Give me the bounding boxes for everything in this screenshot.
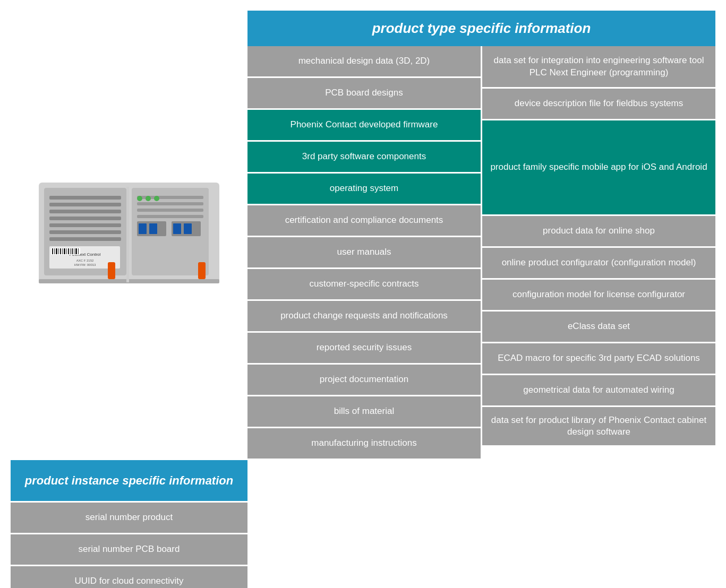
svg-rect-24	[72, 248, 73, 254]
svg-rect-35	[139, 223, 147, 234]
mid-col-item: PCB board designs	[247, 78, 481, 110]
svg-rect-3	[49, 203, 121, 206]
right-col: data set for integration into engineerin…	[482, 46, 715, 460]
svg-rect-31	[137, 209, 203, 212]
mid-col-item: Phoenix Contact developed firmware	[247, 110, 481, 142]
mid-col-item: 3rd party software components	[247, 142, 481, 174]
left-col: product instance specific informationser…	[11, 460, 247, 588]
svg-rect-38	[184, 223, 192, 234]
svg-rect-21	[66, 248, 67, 254]
left-col-item: serial number product	[11, 503, 247, 534]
mid-col-item: mechanical design data (3D, 2D)	[247, 46, 481, 78]
right-col-item: product data for online shop	[482, 216, 715, 248]
right-col-item: data set for product library of Phoenix …	[482, 407, 715, 447]
main-container: PLCnext Control AXC F 2152 HW:FW: 00013	[11, 11, 715, 588]
svg-rect-19	[62, 248, 63, 254]
svg-rect-20	[64, 248, 65, 254]
svg-rect-17	[58, 248, 59, 254]
svg-rect-42	[108, 262, 115, 279]
svg-rect-32	[137, 215, 203, 218]
right-col-item: data set for integration into engineerin…	[482, 46, 715, 89]
mid-col-item: operating system	[247, 174, 481, 205]
svg-rect-23	[70, 248, 71, 254]
svg-rect-4	[49, 210, 121, 213]
svg-rect-36	[149, 223, 157, 234]
left-col-item: serial number PCB board	[11, 534, 247, 566]
svg-rect-45	[126, 187, 129, 282]
left-col-item: UUID for cloud connectivity	[11, 566, 247, 588]
svg-text:AXC F 2152: AXC F 2152	[76, 259, 94, 262]
svg-rect-15	[54, 248, 55, 254]
svg-rect-18	[60, 248, 61, 254]
svg-rect-6	[49, 223, 121, 227]
svg-rect-2	[49, 196, 121, 200]
bottom-section: product instance specific informationser…	[11, 460, 715, 588]
right-col-item: geometrical data for automated wiring	[482, 375, 715, 407]
wrapper: PLCnext Control AXC F 2152 HW:FW: 00013	[11, 11, 715, 588]
right-col-item: ECAD macro for specific 3rd party ECAD s…	[482, 343, 715, 375]
svg-rect-27	[78, 248, 79, 254]
svg-rect-5	[49, 217, 121, 220]
right-col-item: online product configurator (configurati…	[482, 248, 715, 280]
right-col-item: device description file for fieldbus sys…	[482, 89, 715, 120]
svg-rect-22	[68, 248, 69, 254]
svg-point-40	[146, 196, 151, 201]
svg-rect-37	[173, 223, 181, 234]
mid-col-item: project documentation	[247, 365, 481, 396]
svg-text:HW:FW: 00013: HW:FW: 00013	[74, 263, 96, 266]
svg-rect-7	[49, 230, 121, 234]
mid-col-item: product change requests and notification…	[247, 301, 481, 333]
product-type-header: product type specific information	[247, 11, 715, 46]
svg-rect-26	[75, 248, 77, 254]
mid-col: mechanical design data (3D, 2D)PCB board…	[247, 46, 482, 460]
right-section: product type specific informationmechani…	[247, 11, 715, 460]
mid-col-item: reported security issues	[247, 333, 481, 365]
plc-device-image: PLCnext Control AXC F 2152 HW:FW: 00013	[28, 177, 230, 294]
svg-rect-16	[56, 248, 57, 254]
svg-rect-30	[137, 202, 203, 205]
mid-col-item: certification and compliance documents	[247, 205, 481, 237]
product-instance-header: product instance specific information	[11, 460, 247, 503]
svg-rect-43	[198, 262, 206, 279]
top-section: PLCnext Control AXC F 2152 HW:FW: 00013	[11, 11, 715, 460]
svg-rect-14	[52, 248, 53, 254]
right-col-item: eClass data set	[482, 312, 715, 343]
mid-col-item: bills of material	[247, 396, 481, 428]
svg-point-39	[137, 196, 142, 201]
right-col-item: configuration model for license configur…	[482, 280, 715, 312]
mid-col-item: customer-specific contracts	[247, 269, 481, 301]
mid-col-item: user manuals	[247, 237, 481, 269]
mid-col-item: manufacturing instructions	[247, 428, 481, 460]
image-placeholder: PLCnext Control AXC F 2152 HW:FW: 00013	[11, 11, 247, 460]
svg-rect-8	[49, 237, 121, 241]
svg-point-41	[154, 196, 159, 201]
svg-rect-25	[74, 248, 74, 254]
two-cols: mechanical design data (3D, 2D)PCB board…	[247, 46, 715, 460]
right-col-item: product family specific mobile app for i…	[482, 120, 715, 216]
